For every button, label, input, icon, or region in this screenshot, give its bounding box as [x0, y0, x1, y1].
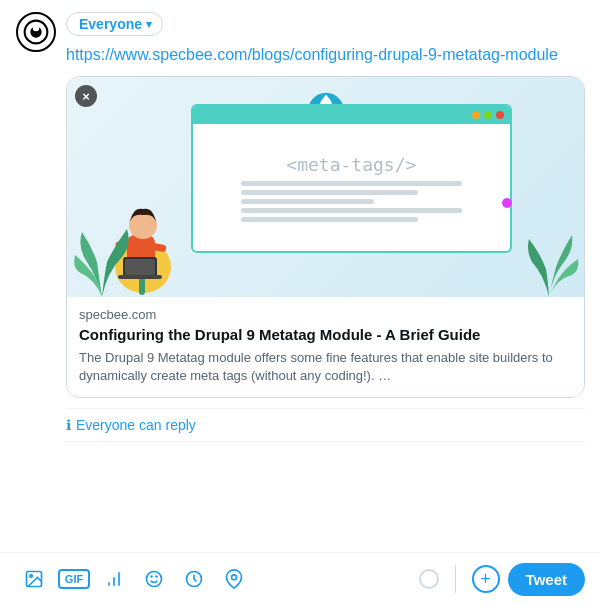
browser-dot-red [496, 111, 504, 119]
compose-toolbar: GIF [0, 552, 601, 605]
tweet-url-link[interactable]: https://www.specbee.com/blogs/configurin… [66, 44, 585, 66]
toolbar-right-group: + Tweet [419, 563, 585, 596]
content-line [241, 217, 418, 222]
svg-point-20 [147, 572, 162, 587]
toolbar-divider [455, 565, 456, 593]
everyone-can-reply-notice: ℹ Everyone can reply [66, 408, 585, 442]
location-icon[interactable] [216, 561, 252, 597]
preview-site-name: specbee.com [79, 307, 572, 322]
content-line [241, 208, 463, 213]
content-line [241, 190, 418, 195]
plant-left [67, 207, 137, 297]
meta-tags-code: <meta-tags/> [286, 154, 416, 175]
browser-window-illustration: <meta-tags/> [191, 104, 512, 254]
browser-body: <meta-tags/> [193, 124, 510, 252]
poll-icon[interactable] [96, 561, 132, 597]
tweet-button[interactable]: Tweet [508, 563, 585, 596]
svg-point-2 [33, 25, 40, 32]
add-tweet-button[interactable]: + [472, 565, 500, 593]
chevron-down-icon: ▾ [146, 18, 152, 31]
audience-selector[interactable]: Everyone ▾ [66, 12, 163, 36]
close-preview-button[interactable]: × [75, 85, 97, 107]
preview-meta: specbee.com Configuring the Drupal 9 Met… [67, 297, 584, 397]
preview-title: Configuring the Drupal 9 Metatag Module … [79, 325, 572, 345]
gif-icon[interactable]: GIF [58, 569, 90, 589]
svg-point-24 [232, 575, 237, 580]
preview-description: The Drupal 9 Metatag module offers some … [79, 349, 572, 385]
browser-bar [193, 106, 510, 124]
image-icon[interactable] [16, 561, 52, 597]
schedule-icon[interactable] [176, 561, 212, 597]
content-line [241, 199, 374, 204]
browser-dot-green [484, 111, 492, 119]
avatar[interactable] [16, 12, 56, 52]
emoji-icon[interactable] [136, 561, 172, 597]
audience-label: Everyone [79, 16, 142, 32]
content-line [241, 181, 463, 186]
plant-right [524, 207, 584, 297]
link-preview-card: × [66, 76, 585, 398]
info-icon: ℹ [66, 417, 71, 433]
character-counter [419, 569, 439, 589]
everyone-reply-text: Everyone can reply [76, 417, 196, 433]
svg-rect-7 [139, 277, 145, 295]
toolbar-icon-group: GIF [16, 561, 419, 597]
fake-content-lines [241, 181, 463, 222]
svg-point-16 [30, 575, 32, 578]
pink-dot-decoration [502, 198, 512, 208]
preview-image: × [67, 77, 584, 297]
browser-dot-yellow [472, 111, 480, 119]
